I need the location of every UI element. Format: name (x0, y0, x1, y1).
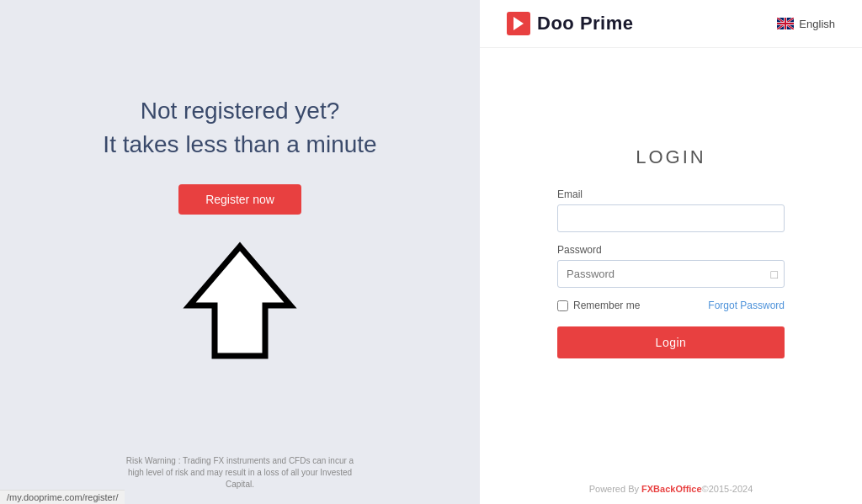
powered-by-text: Powered By (589, 484, 641, 494)
password-label: Password (557, 244, 785, 256)
password-group: Password □ (557, 244, 785, 288)
promo-line1: Not registered yet? (141, 98, 340, 124)
forgot-password-link[interactable]: Forgot Password (708, 300, 785, 311)
register-button[interactable]: Register now (178, 184, 301, 215)
promo-text: Not registered yet? It takes less than a… (103, 94, 376, 160)
risk-warning: Risk Warning : Trading FX instruments an… (120, 455, 360, 491)
password-wrapper: □ (557, 260, 785, 288)
flag-icon (777, 18, 794, 29)
copyright-text: ©2015-2024 (702, 484, 753, 494)
remember-me-group: Remember me (557, 300, 640, 311)
left-panel: Not registered yet? It takes less than a… (0, 0, 480, 504)
password-input[interactable] (557, 260, 785, 288)
left-content: Not registered yet? It takes less than a… (103, 94, 376, 375)
arrow-icon (173, 238, 307, 376)
remember-row: Remember me Forgot Password (557, 300, 785, 311)
login-area: LOGIN Email Password □ Remember me Forgo… (480, 48, 862, 474)
email-label: Email (557, 188, 785, 200)
login-title: LOGIN (636, 146, 705, 168)
right-footer: Powered By FXBackOffice©2015-2024 (480, 474, 862, 504)
remember-me-checkbox[interactable] (557, 300, 568, 311)
show-password-icon[interactable]: □ (771, 268, 778, 281)
login-button[interactable]: Login (557, 326, 785, 358)
logo: Doo Prime (507, 12, 634, 35)
right-panel: Doo Prime English LOGIN Email (480, 0, 862, 504)
logo-icon (507, 12, 530, 35)
promo-line2: It takes less than a minute (103, 131, 376, 157)
language-selector[interactable]: English (777, 18, 835, 30)
remember-me-label: Remember me (573, 300, 640, 311)
fxbackoffice-link[interactable]: FXBackOffice (641, 484, 702, 494)
email-group: Email (557, 188, 785, 232)
header: Doo Prime English (480, 0, 862, 48)
email-input[interactable] (557, 204, 785, 232)
language-label: English (799, 18, 835, 30)
logo-text: Doo Prime (537, 13, 634, 34)
status-bar: /my.dooprime.com/register/ (0, 490, 125, 504)
svg-marker-0 (189, 247, 290, 356)
